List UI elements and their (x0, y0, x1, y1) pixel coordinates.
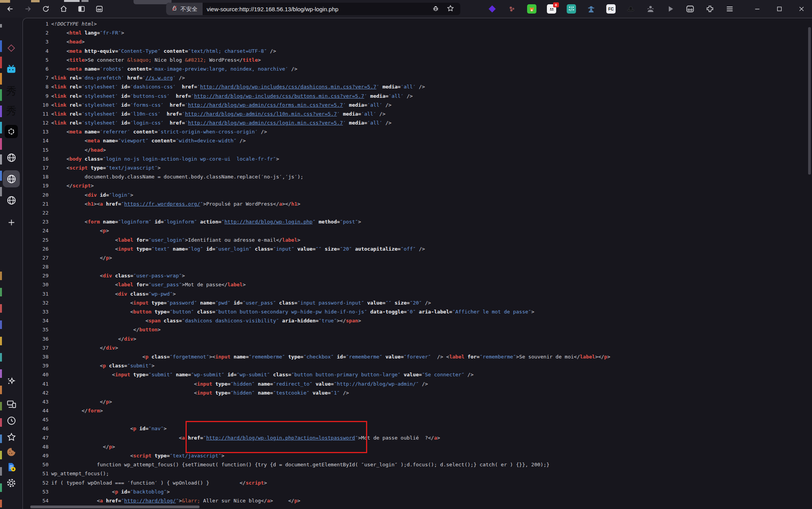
reload-button[interactable] (41, 3, 50, 15)
source-line: 41 <input type=″hidden″ name=″redirect_t… (23, 379, 812, 388)
source-link[interactable]: http://hard/blog/wp-includes/css/dashico… (200, 84, 377, 90)
source-link[interactable]: http://hard/blog/wp-admin/css/l10n.min.c… (185, 111, 337, 117)
split-view-icon[interactable] (77, 3, 86, 15)
line-number: 46 (23, 424, 51, 433)
ext-fc-icon[interactable]: FC (606, 4, 616, 14)
source-line: 31 <div class=″wp-pwd″> (23, 289, 812, 298)
favicon-sliver (0, 288, 2, 296)
extensions-puzzle-icon[interactable] (705, 4, 715, 14)
source-link[interactable]: http://hard/blog/wp-login.php (224, 219, 312, 225)
favicon-sliver (0, 89, 2, 101)
ext-black-hat-icon[interactable] (626, 4, 635, 14)
source-line: 23 <form name=″loginform″ id=″loginform″… (23, 217, 812, 226)
line-number: 54 (23, 496, 51, 505)
favicon-sliver (0, 353, 2, 362)
ext-wizard-icon[interactable] (646, 4, 655, 14)
new-tab-button[interactable] (3, 214, 20, 231)
source-line: 34 <span class=″dashicons dashicons-visi… (23, 316, 812, 325)
firefox-view-icon[interactable] (685, 4, 695, 14)
insecure-lock-icon (171, 5, 178, 13)
sidebar-diamond-icon[interactable] (3, 40, 20, 57)
source-line: 17 <script type=″text/javascript″> (23, 163, 812, 172)
ext-wappalyzer-icon[interactable]: 0 (547, 4, 556, 14)
source-link[interactable]: //s.w.org (146, 75, 173, 81)
source-link[interactable]: http://hard/blog/wp-admin/css/forms.min.… (188, 102, 343, 108)
vertical-scrollbar[interactable] (808, 27, 811, 175)
address-bar[interactable]: 不安全 view-source:http://192.168.56.13/blo… (166, 3, 460, 15)
sidebar-xiu-app-icon-2[interactable]: 秀 (3, 102, 20, 119)
sidebar-tab-globe-active[interactable] (3, 170, 20, 187)
sidebar-tab-globe-1[interactable] (3, 149, 20, 166)
source-line: 19 </script> (23, 181, 812, 190)
source-line: 8<link rel=′stylesheet′ id=′dashicons-cs… (23, 82, 812, 91)
source-line: 49 <script type=″text/javascript″> (23, 451, 812, 460)
line-number: 51 (23, 469, 51, 478)
sidebar-devices-icon[interactable] (3, 395, 20, 412)
horizontal-scrollbar[interactable] (30, 506, 200, 508)
ext-paw-dots-icon[interactable] (507, 4, 517, 14)
sidebar-history-icon[interactable] (3, 412, 20, 429)
sidebar-xiu-app-icon[interactable]: 秀 (3, 83, 20, 100)
line-number: 4 (23, 47, 51, 55)
line-number: 38 (23, 352, 51, 361)
line-number: 18 (23, 172, 51, 181)
line-number: 10 (23, 100, 51, 109)
line-number: 40 (23, 370, 51, 379)
line-number: 45 (23, 415, 51, 424)
favicon-sliver (0, 369, 2, 378)
sidebar-ai-sparkle-icon[interactable] (3, 372, 20, 390)
maximize-button[interactable] (768, 0, 790, 18)
ext-purple-diamond-icon[interactable] (488, 4, 497, 14)
security-chip[interactable]: 不安全 (166, 3, 203, 15)
sidebar-bilibili-icon[interactable] (3, 61, 20, 78)
minimize-button[interactable] (746, 0, 768, 18)
source-line: 38 <p class=″forgetmenot″><input name=″r… (23, 352, 812, 361)
ext-spy-icon[interactable] (586, 4, 596, 14)
source-line: 26 <input type=″text″ name=″log″ id=″use… (23, 244, 812, 253)
line-number: 31 (23, 289, 51, 298)
source-line: 22 (23, 208, 812, 217)
favicon-sliver (0, 272, 2, 280)
tab-group-icon[interactable] (95, 3, 104, 15)
favicon-sliver (0, 435, 2, 443)
source-link[interactable]: http://hard/blog/wp-admin/css/login.min.… (188, 120, 343, 126)
debugger-bug-icon[interactable] (432, 4, 440, 14)
home-button[interactable] (59, 3, 68, 15)
line-number: 36 (23, 334, 51, 343)
sidebar-bookmarks-icon[interactable] (3, 428, 20, 445)
source-link[interactable]: https://fr.wordpress.org/ (124, 201, 200, 207)
line-number: 14 (23, 136, 51, 145)
line-number: 3 (23, 37, 51, 46)
ext-foxyproxy-icon[interactable]: 0 (527, 4, 536, 14)
menu-hamburger-icon[interactable] (725, 4, 734, 14)
source-line: 10<link rel=′stylesheet′ id=′forms-css′ … (23, 100, 812, 109)
source-line: 44 </form> (23, 406, 812, 415)
source-link[interactable]: http://hard/blog/wp-includes/css/buttons… (194, 93, 364, 99)
sidebar-settings-gear-icon[interactable] (3, 474, 20, 492)
line-number: 7 (23, 73, 51, 82)
source-link[interactable]: http://hard/blog/ (124, 498, 176, 504)
ext-code-tools-icon[interactable]: </> (567, 4, 576, 14)
favicon-sliver (0, 40, 2, 52)
ext-play-icon[interactable] (666, 4, 675, 14)
forward-button[interactable] (23, 3, 33, 15)
line-number: 34 (23, 316, 51, 325)
source-line: 42 <input type=″hidden″ name=″testcookie… (23, 388, 812, 397)
source-line: 47 <a href=″http://hard/blog/wp-login.ph… (23, 433, 812, 442)
url-text[interactable]: view-source:http://192.168.56.13/blog/wp… (207, 6, 338, 12)
source-line: 24 <p> (23, 226, 812, 235)
sidebar-tab-globe-3[interactable] (3, 192, 20, 209)
line-number: 39 (23, 361, 51, 370)
line-number: 52 (23, 478, 51, 487)
sidebar-download-doc-icon[interactable] (3, 459, 20, 476)
back-button[interactable] (5, 3, 15, 15)
line-number: 11 (23, 109, 51, 118)
bookmark-star-icon[interactable] (446, 4, 455, 14)
close-button[interactable] (790, 0, 812, 18)
source-code: 1<!DOCTYPE html>2 <html lang=″fr-FR″>3 <… (23, 19, 812, 505)
sidebar-cookie-icon[interactable] (3, 443, 20, 461)
sidebar-chatgpt-icon[interactable] (3, 123, 20, 140)
wappalyzer-badge: 0 (553, 2, 559, 7)
line-number: 49 (23, 451, 51, 460)
source-line: 4 <meta http-equiv=″Content-Type″ conten… (23, 47, 812, 55)
